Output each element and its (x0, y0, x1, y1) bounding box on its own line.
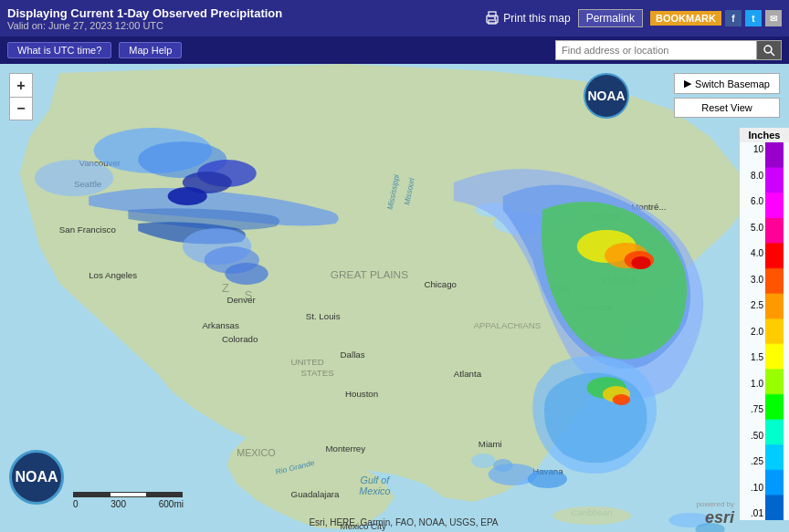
legend-label: 10 (742, 144, 763, 154)
legend-label: 2.5 (742, 300, 763, 310)
switch-basemap-button[interactable]: ▶ Switch Basemap (674, 73, 780, 94)
precipitation-legend: Inches 108.06.05.04.03.02.52.01.51.0.75.… (739, 128, 789, 520)
svg-text:GREAT PLAINS: GREAT PLAINS (331, 269, 409, 280)
map-help-button[interactable]: Map Help (119, 42, 182, 58)
print-button[interactable]: Print this map (485, 11, 570, 26)
svg-text:San Francisco: San Francisco (59, 225, 116, 235)
scale-segment-1 (73, 492, 110, 497)
nav-buttons: What is UTC time? Map Help (7, 42, 182, 58)
legend-label: 1.0 (742, 379, 763, 389)
zoom-in-button[interactable]: + (9, 73, 33, 97)
svg-text:St. Louis: St. Louis (306, 312, 341, 321)
svg-point-52 (168, 187, 207, 205)
svg-text:Monterrey: Monterrey (325, 444, 365, 454)
permalink-button[interactable]: Permalink (578, 9, 643, 27)
svg-text:Arkansas: Arkansas (202, 321, 239, 330)
svg-text:Atlanta: Atlanta (454, 370, 482, 379)
svg-point-3 (494, 17, 496, 19)
legend-color-scale: 108.06.05.04.03.02.52.01.51.0.75.50.25.1… (740, 142, 789, 520)
legend-label: .25 (742, 456, 763, 466)
legend-value-labels: 108.06.05.04.03.02.52.01.51.0.75.50.25.1… (740, 142, 765, 520)
svg-text:Colorado: Colorado (222, 335, 258, 344)
map-tools-panel: ▶ Switch Basemap Reset View (674, 73, 780, 118)
header-actions: Print this map Permalink BOOKMARK f t ✉ (485, 9, 782, 27)
scale-label-600: 600mi (159, 499, 184, 509)
legend-label: 5.0 (742, 223, 763, 233)
legend-title: Inches (740, 128, 789, 142)
svg-text:Gulf of: Gulf of (361, 475, 391, 485)
legend-label: .75 (742, 404, 763, 414)
search-button[interactable] (756, 40, 782, 60)
svg-text:S: S (245, 289, 253, 301)
twitter-share-button[interactable]: t (745, 10, 762, 26)
scale-segment-3 (146, 492, 183, 497)
page-title: Displaying Current 1-Day Observed Precip… (7, 6, 282, 20)
search-area (555, 40, 782, 60)
reset-view-button[interactable]: Reset View (674, 98, 780, 118)
scale-labels: 0 300 600mi (73, 499, 184, 509)
attribution-text: Esri, HERE, Garmin, FAO, NOAA, USGS, EPA (309, 517, 498, 527)
svg-text:Z: Z (222, 282, 229, 294)
legend-gradient-bar (765, 142, 784, 520)
powered-by-label: powered by (697, 500, 734, 508)
legend-label: 4.0 (742, 248, 763, 258)
search-icon (763, 44, 775, 57)
scale-label-300: 300 (110, 499, 126, 509)
svg-line-5 (771, 52, 774, 56)
svg-text:Miami: Miami (479, 440, 502, 449)
svg-point-59 (631, 256, 651, 269)
zoom-out-button[interactable]: − (9, 97, 33, 120)
svg-text:UNITED: UNITED (291, 358, 324, 367)
legend-label: .10 (742, 483, 763, 493)
svg-text:Mexico: Mexico (359, 486, 390, 496)
svg-text:Chicago: Chicago (424, 280, 457, 289)
svg-point-49 (35, 160, 113, 196)
facebook-share-button[interactable]: f (725, 10, 742, 26)
svg-point-55 (225, 263, 268, 285)
map-attribution: Esri, HERE, Garmin, FAO, NOAA, USGS, EPA (73, 517, 734, 527)
legend-label: 3.0 (742, 275, 763, 285)
legend-label: .01 (742, 508, 763, 518)
bookmark-button[interactable]: BOOKMARK (650, 11, 721, 26)
svg-text:APPALACHIANS: APPALACHIANS (473, 321, 541, 330)
esri-logo: powered by esri (697, 500, 734, 527)
legend-label: 2.0 (742, 327, 763, 337)
esri-brand-label: esri (697, 508, 734, 527)
legend-label: 6.0 (742, 196, 763, 206)
svg-text:STATES: STATES (300, 369, 333, 378)
legend-label: 8.0 (742, 171, 763, 181)
noaa-logo-top: NOAA (584, 73, 629, 119)
svg-text:Houston: Houston (345, 390, 378, 399)
noaa-emblem-bottom: NOAA (9, 450, 64, 505)
map-container[interactable]: Gulf of Mexico Caribbean Vancouver Seatt… (0, 64, 789, 532)
map-land-layer: Gulf of Mexico Caribbean Vancouver Seatt… (0, 64, 789, 532)
noaa-emblem: NOAA (584, 73, 629, 119)
svg-text:Guadalajara: Guadalajara (291, 490, 341, 499)
svg-point-62 (613, 394, 630, 405)
chevron-right-icon: ▶ (684, 78, 691, 89)
bookmark-area: BOOKMARK f t ✉ (650, 10, 782, 26)
zoom-controls: + − (9, 73, 33, 120)
svg-text:Los Angeles: Los Angeles (89, 271, 137, 280)
svg-text:Dallas: Dallas (341, 350, 365, 360)
scale-label-0: 0 (73, 499, 79, 509)
svg-point-68 (493, 459, 513, 472)
legend-label: 1.5 (742, 352, 763, 362)
svg-point-64 (528, 470, 567, 488)
header-info: Displaying Current 1-Day Observed Precip… (7, 6, 282, 31)
map-scale-bar: 0 300 600mi (73, 492, 184, 509)
utc-info-button[interactable]: What is UTC time? (7, 42, 111, 58)
location-search-input[interactable] (555, 40, 756, 60)
legend-label: .50 (742, 431, 763, 441)
noaa-logo-bottom: NOAA (9, 450, 64, 505)
svg-text:MEXICO: MEXICO (237, 448, 276, 458)
svg-point-67 (471, 454, 495, 468)
svg-point-4 (764, 46, 772, 53)
printer-icon (485, 11, 500, 26)
print-label: Print this map (503, 12, 570, 25)
email-share-button[interactable]: ✉ (765, 10, 782, 26)
scale-segment-2 (110, 492, 146, 497)
scale-line (73, 492, 184, 497)
valid-date: Valid on: June 27, 2023 12:00 UTC (7, 20, 282, 31)
